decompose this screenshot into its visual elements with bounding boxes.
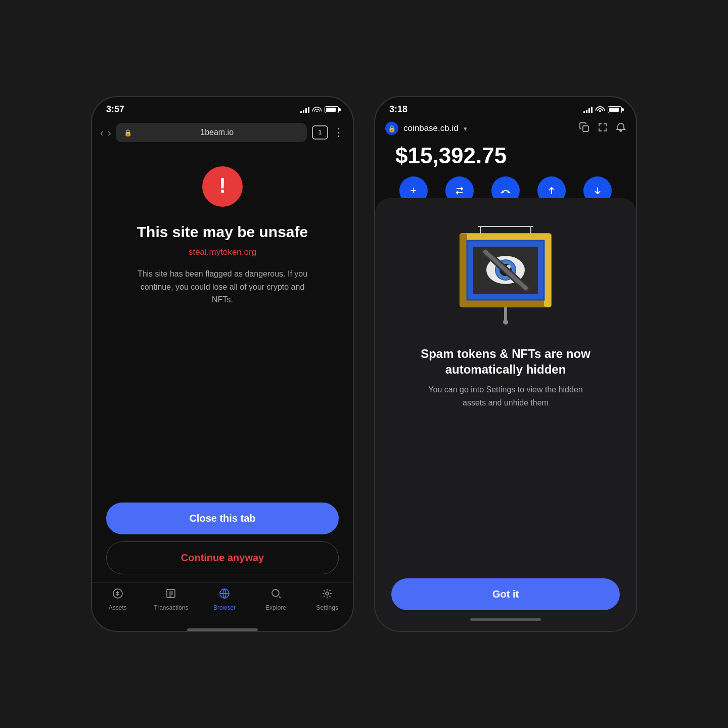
settings-icon	[322, 588, 333, 602]
notification-icon[interactable]	[616, 122, 626, 135]
status-icons-1	[300, 105, 339, 114]
browser-nav: ‹ › 🔒 1beam.io 1 ⋮	[92, 119, 353, 146]
dropdown-chevron-icon[interactable]: ▾	[464, 125, 467, 132]
assets-icon	[112, 588, 123, 602]
svg-rect-5	[583, 126, 588, 131]
lock-icon: 🔒	[124, 129, 132, 136]
forward-button[interactable]: ›	[108, 127, 111, 139]
svg-rect-7	[460, 234, 551, 241]
status-bar-1: 3:57	[92, 97, 353, 119]
url-bar[interactable]: 🔒 1beam.io	[116, 123, 307, 142]
home-indicator-2	[470, 618, 541, 621]
got-it-button[interactable]: Got it	[391, 578, 620, 610]
svg-rect-9	[460, 234, 467, 307]
svg-rect-21	[504, 307, 507, 321]
svg-point-22	[503, 320, 508, 325]
phone-2-frame: 3:18 🔒 coinbase.cb.id ▾	[374, 96, 637, 632]
browser-label: Browser	[213, 604, 236, 611]
warning-content: ! This site may be unsafe steal.mytoken.…	[92, 146, 353, 492]
copy-icon[interactable]	[579, 122, 589, 135]
spam-tokens-modal: Spam tokens & NFTs are now automatically…	[375, 198, 636, 631]
exclamation-icon: !	[219, 175, 226, 196]
svg-rect-8	[460, 300, 551, 307]
nav-item-transactions[interactable]: Transactions	[154, 588, 188, 611]
warning-icon: !	[202, 166, 243, 207]
battery-icon-2	[608, 106, 622, 113]
wifi-icon-2	[596, 105, 605, 114]
coinbase-url: coinbase.cb.id	[403, 123, 459, 133]
tab-button[interactable]: 1	[312, 125, 328, 140]
coinbase-url-row: 🔒 coinbase.cb.id ▾	[385, 122, 626, 135]
settings-label: Settings	[316, 604, 338, 611]
coinbase-favicon: 🔒	[385, 122, 398, 135]
explore-icon	[270, 588, 282, 602]
action-buttons: Close this tab Continue anyway	[92, 492, 353, 582]
eye-illustration	[450, 218, 561, 330]
nav-item-assets[interactable]: Assets	[103, 588, 133, 611]
svg-point-4	[326, 592, 329, 595]
assets-label: Assets	[109, 604, 127, 611]
back-button[interactable]: ‹	[100, 127, 104, 139]
home-indicator-1	[187, 628, 258, 631]
svg-rect-10	[544, 234, 551, 307]
url-text: 1beam.io	[135, 128, 299, 137]
signal-icon-2	[583, 106, 593, 113]
explore-label: Explore	[265, 604, 286, 611]
warning-url: steal.mytoken.org	[189, 247, 256, 257]
status-bar-2: 3:18	[375, 97, 636, 119]
nav-item-settings[interactable]: Settings	[312, 588, 342, 611]
browser-icon	[219, 588, 230, 602]
nav-item-explore[interactable]: Explore	[261, 588, 291, 611]
nav-item-browser[interactable]: Browser	[209, 588, 240, 611]
more-menu-button[interactable]: ⋮	[333, 126, 345, 139]
transactions-icon	[165, 588, 176, 602]
status-icons-2	[583, 105, 622, 114]
transactions-label: Transactions	[154, 604, 188, 611]
close-tab-button[interactable]: Close this tab	[106, 503, 339, 534]
phone-1-frame: 3:57 ‹ › 🔒 1beam.io	[91, 96, 354, 632]
bottom-nav: Assets Transactions Browser	[92, 582, 353, 626]
status-time-1: 3:57	[106, 104, 124, 115]
warning-description: This site has been flagged as dangerous.…	[136, 267, 308, 306]
wifi-icon	[312, 105, 322, 114]
portfolio-balance: $15,392.75	[385, 143, 626, 168]
battery-icon	[325, 106, 339, 113]
nav-arrows: ‹ ›	[100, 127, 111, 139]
continue-anyway-button[interactable]: Continue anyway	[106, 541, 339, 574]
warning-title: This site may be unsafe	[137, 223, 308, 241]
status-time-2: 3:18	[389, 104, 407, 115]
browser-actions	[579, 122, 626, 135]
svg-point-3	[272, 589, 279, 597]
signal-icon	[300, 106, 309, 113]
modal-title: Spam tokens & NFTs are now automatically…	[391, 346, 620, 377]
expand-icon[interactable]	[598, 122, 608, 135]
modal-description: You can go into Settings to view the hid…	[425, 383, 586, 409]
